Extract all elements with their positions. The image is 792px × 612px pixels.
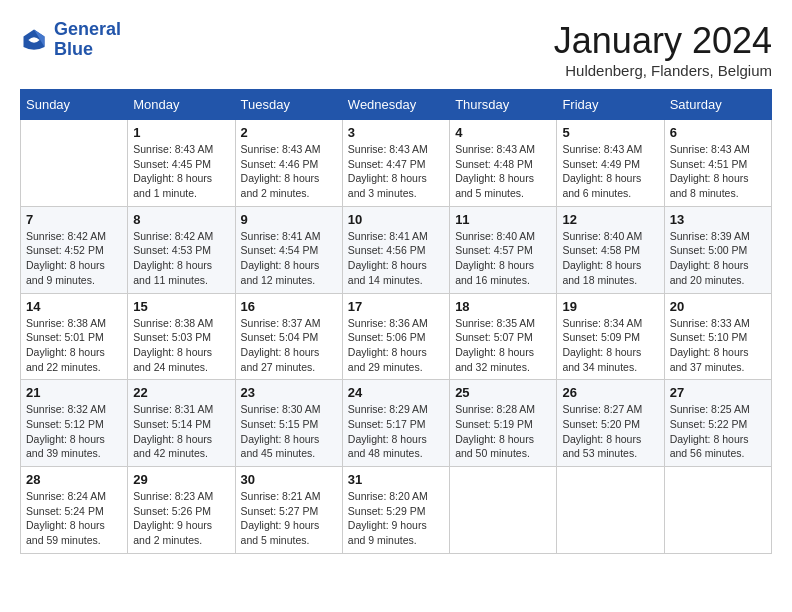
- calendar-cell: 11Sunrise: 8:40 AM Sunset: 4:57 PM Dayli…: [450, 206, 557, 293]
- day-number: 31: [348, 472, 444, 487]
- calendar-cell: 5Sunrise: 8:43 AM Sunset: 4:49 PM Daylig…: [557, 120, 664, 207]
- day-info: Sunrise: 8:43 AM Sunset: 4:46 PM Dayligh…: [241, 142, 337, 201]
- day-info: Sunrise: 8:24 AM Sunset: 5:24 PM Dayligh…: [26, 489, 122, 548]
- day-number: 28: [26, 472, 122, 487]
- calendar-cell: [450, 467, 557, 554]
- calendar-cell: 28Sunrise: 8:24 AM Sunset: 5:24 PM Dayli…: [21, 467, 128, 554]
- day-info: Sunrise: 8:42 AM Sunset: 4:52 PM Dayligh…: [26, 229, 122, 288]
- calendar-cell: 27Sunrise: 8:25 AM Sunset: 5:22 PM Dayli…: [664, 380, 771, 467]
- day-info: Sunrise: 8:27 AM Sunset: 5:20 PM Dayligh…: [562, 402, 658, 461]
- day-header-thursday: Thursday: [450, 90, 557, 120]
- calendar-cell: 24Sunrise: 8:29 AM Sunset: 5:17 PM Dayli…: [342, 380, 449, 467]
- day-number: 19: [562, 299, 658, 314]
- day-header-friday: Friday: [557, 90, 664, 120]
- header: General Blue January 2024 Huldenberg, Fl…: [20, 20, 772, 79]
- day-info: Sunrise: 8:36 AM Sunset: 5:06 PM Dayligh…: [348, 316, 444, 375]
- day-number: 5: [562, 125, 658, 140]
- day-info: Sunrise: 8:43 AM Sunset: 4:48 PM Dayligh…: [455, 142, 551, 201]
- day-info: Sunrise: 8:40 AM Sunset: 4:57 PM Dayligh…: [455, 229, 551, 288]
- day-header-wednesday: Wednesday: [342, 90, 449, 120]
- day-info: Sunrise: 8:32 AM Sunset: 5:12 PM Dayligh…: [26, 402, 122, 461]
- day-info: Sunrise: 8:20 AM Sunset: 5:29 PM Dayligh…: [348, 489, 444, 548]
- day-number: 3: [348, 125, 444, 140]
- day-info: Sunrise: 8:41 AM Sunset: 4:54 PM Dayligh…: [241, 229, 337, 288]
- day-number: 17: [348, 299, 444, 314]
- calendar-cell: [557, 467, 664, 554]
- day-number: 7: [26, 212, 122, 227]
- day-number: 16: [241, 299, 337, 314]
- calendar-cell: [664, 467, 771, 554]
- day-header-saturday: Saturday: [664, 90, 771, 120]
- calendar-cell: 18Sunrise: 8:35 AM Sunset: 5:07 PM Dayli…: [450, 293, 557, 380]
- calendar-week-1: 1Sunrise: 8:43 AM Sunset: 4:45 PM Daylig…: [21, 120, 772, 207]
- day-number: 4: [455, 125, 551, 140]
- day-number: 9: [241, 212, 337, 227]
- day-number: 26: [562, 385, 658, 400]
- day-number: 25: [455, 385, 551, 400]
- calendar-cell: [21, 120, 128, 207]
- day-number: 6: [670, 125, 766, 140]
- calendar-cell: 26Sunrise: 8:27 AM Sunset: 5:20 PM Dayli…: [557, 380, 664, 467]
- calendar-cell: 17Sunrise: 8:36 AM Sunset: 5:06 PM Dayli…: [342, 293, 449, 380]
- day-info: Sunrise: 8:38 AM Sunset: 5:01 PM Dayligh…: [26, 316, 122, 375]
- day-info: Sunrise: 8:39 AM Sunset: 5:00 PM Dayligh…: [670, 229, 766, 288]
- calendar-table: SundayMondayTuesdayWednesdayThursdayFrid…: [20, 89, 772, 554]
- day-info: Sunrise: 8:25 AM Sunset: 5:22 PM Dayligh…: [670, 402, 766, 461]
- day-info: Sunrise: 8:31 AM Sunset: 5:14 PM Dayligh…: [133, 402, 229, 461]
- calendar-cell: 9Sunrise: 8:41 AM Sunset: 4:54 PM Daylig…: [235, 206, 342, 293]
- logo: General Blue: [20, 20, 121, 60]
- day-info: Sunrise: 8:34 AM Sunset: 5:09 PM Dayligh…: [562, 316, 658, 375]
- day-number: 18: [455, 299, 551, 314]
- calendar-cell: 15Sunrise: 8:38 AM Sunset: 5:03 PM Dayli…: [128, 293, 235, 380]
- calendar-cell: 25Sunrise: 8:28 AM Sunset: 5:19 PM Dayli…: [450, 380, 557, 467]
- day-info: Sunrise: 8:43 AM Sunset: 4:51 PM Dayligh…: [670, 142, 766, 201]
- calendar-cell: 12Sunrise: 8:40 AM Sunset: 4:58 PM Dayli…: [557, 206, 664, 293]
- calendar-cell: 16Sunrise: 8:37 AM Sunset: 5:04 PM Dayli…: [235, 293, 342, 380]
- day-number: 21: [26, 385, 122, 400]
- day-header-sunday: Sunday: [21, 90, 128, 120]
- day-number: 23: [241, 385, 337, 400]
- day-header-tuesday: Tuesday: [235, 90, 342, 120]
- day-number: 27: [670, 385, 766, 400]
- calendar-cell: 2Sunrise: 8:43 AM Sunset: 4:46 PM Daylig…: [235, 120, 342, 207]
- day-info: Sunrise: 8:43 AM Sunset: 4:49 PM Dayligh…: [562, 142, 658, 201]
- day-number: 13: [670, 212, 766, 227]
- title-area: January 2024 Huldenberg, Flanders, Belgi…: [554, 20, 772, 79]
- calendar-cell: 10Sunrise: 8:41 AM Sunset: 4:56 PM Dayli…: [342, 206, 449, 293]
- calendar-week-2: 7Sunrise: 8:42 AM Sunset: 4:52 PM Daylig…: [21, 206, 772, 293]
- day-number: 20: [670, 299, 766, 314]
- day-info: Sunrise: 8:21 AM Sunset: 5:27 PM Dayligh…: [241, 489, 337, 548]
- logo-line2: Blue: [54, 39, 93, 59]
- calendar-cell: 3Sunrise: 8:43 AM Sunset: 4:47 PM Daylig…: [342, 120, 449, 207]
- calendar-week-4: 21Sunrise: 8:32 AM Sunset: 5:12 PM Dayli…: [21, 380, 772, 467]
- day-info: Sunrise: 8:28 AM Sunset: 5:19 PM Dayligh…: [455, 402, 551, 461]
- day-number: 2: [241, 125, 337, 140]
- calendar-cell: 13Sunrise: 8:39 AM Sunset: 5:00 PM Dayli…: [664, 206, 771, 293]
- day-number: 29: [133, 472, 229, 487]
- calendar-cell: 8Sunrise: 8:42 AM Sunset: 4:53 PM Daylig…: [128, 206, 235, 293]
- calendar-header-row: SundayMondayTuesdayWednesdayThursdayFrid…: [21, 90, 772, 120]
- calendar-cell: 23Sunrise: 8:30 AM Sunset: 5:15 PM Dayli…: [235, 380, 342, 467]
- day-info: Sunrise: 8:43 AM Sunset: 4:47 PM Dayligh…: [348, 142, 444, 201]
- calendar-cell: 30Sunrise: 8:21 AM Sunset: 5:27 PM Dayli…: [235, 467, 342, 554]
- day-info: Sunrise: 8:30 AM Sunset: 5:15 PM Dayligh…: [241, 402, 337, 461]
- day-info: Sunrise: 8:35 AM Sunset: 5:07 PM Dayligh…: [455, 316, 551, 375]
- day-info: Sunrise: 8:43 AM Sunset: 4:45 PM Dayligh…: [133, 142, 229, 201]
- day-number: 1: [133, 125, 229, 140]
- calendar-cell: 31Sunrise: 8:20 AM Sunset: 5:29 PM Dayli…: [342, 467, 449, 554]
- day-header-monday: Monday: [128, 90, 235, 120]
- day-number: 11: [455, 212, 551, 227]
- day-number: 30: [241, 472, 337, 487]
- calendar-cell: 20Sunrise: 8:33 AM Sunset: 5:10 PM Dayli…: [664, 293, 771, 380]
- location: Huldenberg, Flanders, Belgium: [554, 62, 772, 79]
- day-number: 15: [133, 299, 229, 314]
- day-info: Sunrise: 8:40 AM Sunset: 4:58 PM Dayligh…: [562, 229, 658, 288]
- day-info: Sunrise: 8:42 AM Sunset: 4:53 PM Dayligh…: [133, 229, 229, 288]
- calendar-week-3: 14Sunrise: 8:38 AM Sunset: 5:01 PM Dayli…: [21, 293, 772, 380]
- calendar-week-5: 28Sunrise: 8:24 AM Sunset: 5:24 PM Dayli…: [21, 467, 772, 554]
- day-info: Sunrise: 8:23 AM Sunset: 5:26 PM Dayligh…: [133, 489, 229, 548]
- day-info: Sunrise: 8:37 AM Sunset: 5:04 PM Dayligh…: [241, 316, 337, 375]
- day-info: Sunrise: 8:33 AM Sunset: 5:10 PM Dayligh…: [670, 316, 766, 375]
- day-number: 14: [26, 299, 122, 314]
- calendar-cell: 22Sunrise: 8:31 AM Sunset: 5:14 PM Dayli…: [128, 380, 235, 467]
